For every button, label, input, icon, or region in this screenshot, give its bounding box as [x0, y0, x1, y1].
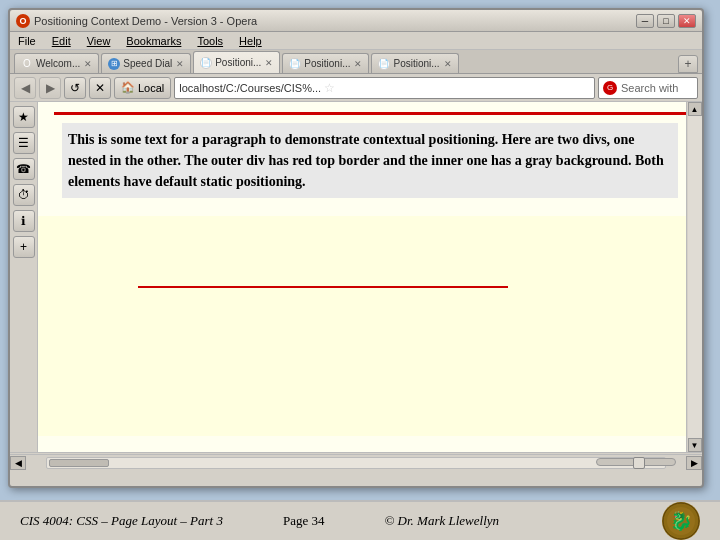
h-scrollbar[interactable]: [46, 457, 666, 469]
inner-div: This is some text for a paragraph to dem…: [62, 123, 678, 198]
address-bar[interactable]: localhost/C:/Courses/CIS%... ☆: [174, 77, 595, 99]
yellow-area: [38, 216, 702, 436]
sidebar-btn-info[interactable]: ℹ: [13, 210, 35, 232]
nav-bar: ◀ ▶ ↺ ✕ 🏠 Local localhost/C:/Courses/CIS…: [10, 74, 702, 102]
browser-icon: O: [16, 14, 30, 28]
sidebar-btn-add[interactable]: +: [13, 236, 35, 258]
tab-label-welcome: Welcom...: [36, 58, 80, 69]
minimize-button[interactable]: ─: [636, 14, 654, 28]
menu-help[interactable]: Help: [235, 34, 266, 48]
zoom-slider-thumb: [633, 457, 645, 469]
sidebar-btn-history[interactable]: ⏱: [13, 184, 35, 206]
sidebar-btn-contacts[interactable]: ☎: [13, 158, 35, 180]
tab-close-pos2[interactable]: ✕: [354, 59, 362, 69]
tab-close-speeddial[interactable]: ✕: [176, 59, 184, 69]
tab-label-pos1: Positioni...: [215, 57, 261, 68]
title-bar: O Positioning Context Demo - Version 3 -…: [10, 10, 702, 32]
browser-body: ★ ☰ ☎ ⏱ ℹ + This is some text for a para…: [10, 102, 702, 452]
footer-page: Page 34: [283, 513, 325, 529]
tab-label-pos2: Positioni...: [304, 58, 350, 69]
search-placeholder: Search with: [621, 82, 678, 94]
footer-bar: CIS 4004: CSS – Page Layout – Part 3 Pag…: [0, 500, 720, 540]
maximize-button[interactable]: □: [657, 14, 675, 28]
tab-close-pos1[interactable]: ✕: [265, 58, 273, 68]
tab-favicon-pos3: 📄: [378, 58, 390, 70]
outer-div: This is some text for a paragraph to dem…: [54, 112, 686, 206]
svg-text:🐉: 🐉: [670, 510, 693, 532]
h-scroll-thumb[interactable]: [49, 459, 109, 467]
menu-tools[interactable]: Tools: [193, 34, 227, 48]
address-text: localhost/C:/Courses/CIS%...: [179, 82, 321, 94]
scroll-down-button[interactable]: ▼: [688, 438, 702, 452]
horizontal-rule: [138, 286, 508, 288]
tab-speeddial[interactable]: ⊞ Speed Dial ✕: [101, 53, 191, 73]
scroll-up-button[interactable]: ▲: [688, 102, 702, 116]
zoom-slider[interactable]: [596, 458, 676, 466]
back-button[interactable]: ◀: [14, 77, 36, 99]
local-label: Local: [138, 82, 164, 94]
sidebar-btn-bookmarks[interactable]: ★: [13, 106, 35, 128]
menu-bookmarks[interactable]: Bookmarks: [122, 34, 185, 48]
footer-copyright: © Dr. Mark Llewellyn: [384, 513, 662, 529]
tab-positioning2[interactable]: 📄 Positioni... ✕: [282, 53, 369, 73]
menu-bar: File Edit View Bookmarks Tools Help: [10, 32, 702, 50]
footer-logo: 🐉: [662, 502, 700, 540]
tab-bar: O Welcom... ✕ ⊞ Speed Dial ✕ 📄 Positioni…: [10, 50, 702, 74]
v-scrollbar: ▲ ▼: [686, 102, 702, 452]
tab-label-speeddial: Speed Dial: [123, 58, 172, 69]
close-button[interactable]: ✕: [678, 14, 696, 28]
local-button[interactable]: 🏠 Local: [114, 77, 171, 99]
search-engine-icon: G: [603, 81, 617, 95]
scroll-right-button[interactable]: ▶: [686, 456, 702, 470]
menu-file[interactable]: File: [14, 34, 40, 48]
tab-favicon-pos1: 📄: [200, 57, 212, 69]
refresh-button[interactable]: ↺: [64, 77, 86, 99]
tab-close-pos3[interactable]: ✕: [444, 59, 452, 69]
tab-positioning1[interactable]: 📄 Positioni... ✕: [193, 51, 280, 73]
tab-favicon-speeddial: ⊞: [108, 58, 120, 70]
scroll-track[interactable]: [688, 116, 702, 438]
tab-favicon-pos2: 📄: [289, 58, 301, 70]
window-controls: ─ □ ✕: [636, 14, 696, 28]
stop-button[interactable]: ✕: [89, 77, 111, 99]
tab-label-pos3: Positioni...: [393, 58, 439, 69]
browser-window: O Positioning Context Demo - Version 3 -…: [8, 8, 704, 488]
window-title: Positioning Context Demo - Version 3 - O…: [34, 15, 636, 27]
bookmark-star-icon[interactable]: ☆: [324, 81, 335, 95]
local-icon: 🏠: [121, 81, 135, 94]
menu-edit[interactable]: Edit: [48, 34, 75, 48]
menu-view[interactable]: View: [83, 34, 115, 48]
tab-welcome[interactable]: O Welcom... ✕: [14, 53, 99, 73]
tab-favicon-welcome: O: [21, 58, 33, 70]
tab-add-button[interactable]: +: [678, 55, 698, 73]
sidebar: ★ ☰ ☎ ⏱ ℹ +: [10, 102, 38, 452]
forward-button[interactable]: ▶: [39, 77, 61, 99]
scroll-left-button[interactable]: ◀: [10, 456, 26, 470]
tab-positioning3[interactable]: 📄 Positioni... ✕: [371, 53, 458, 73]
page-content: This is some text for a paragraph to dem…: [38, 102, 702, 216]
search-bar[interactable]: G Search with: [598, 77, 698, 99]
paragraph-text: This is some text for a paragraph to dem…: [68, 129, 672, 192]
sidebar-btn-menu[interactable]: ☰: [13, 132, 35, 154]
content-area: This is some text for a paragraph to dem…: [38, 102, 702, 452]
footer-course: CIS 4004: CSS – Page Layout – Part 3: [20, 513, 223, 529]
tab-close-welcome[interactable]: ✕: [84, 59, 92, 69]
